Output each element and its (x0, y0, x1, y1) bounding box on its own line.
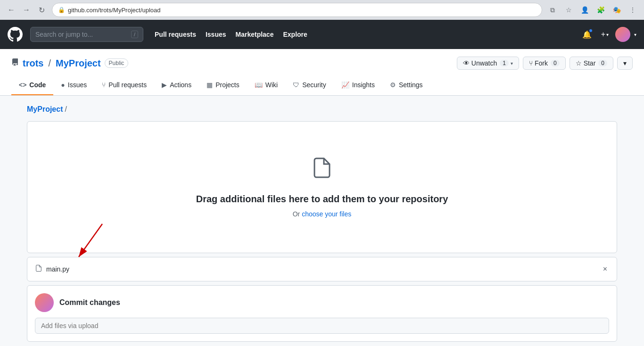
tab-insights-label: Insights (352, 81, 375, 89)
star-count: 0 (598, 60, 607, 66)
repo-name-link[interactable]: MyProject (56, 58, 101, 69)
file-section: main.py × (27, 257, 617, 281)
tab-pull-requests[interactable]: ⑂ Pull requests (94, 75, 154, 95)
lock-icon: 🔒 (58, 7, 65, 13)
remove-file-button[interactable]: × (601, 263, 609, 275)
upload-title: Drag additional files here to add them t… (196, 194, 448, 205)
forward-button[interactable]: → (20, 3, 33, 16)
tab-projects-label: Projects (215, 81, 239, 89)
tab-settings[interactable]: ⚙ Settings (382, 75, 430, 95)
repo-actions: 👁 Unwatch 1 ▾ ⑂ Fork 0 ☆ Star 0 ▾ (457, 57, 633, 70)
insights-icon: 📈 (341, 81, 349, 89)
reload-button[interactable]: ↻ (35, 3, 48, 16)
search-text: Search or jump to... (35, 31, 127, 38)
notifications-button[interactable]: 🔔 (579, 27, 594, 42)
tab-security-label: Security (302, 81, 326, 89)
tab-insights[interactable]: 📈 Insights (334, 75, 382, 95)
menu-button[interactable]: ⋮ (626, 3, 639, 16)
star-icon: ☆ (576, 59, 582, 67)
main-content: MyProject / Drag additional files here t… (16, 96, 628, 346)
back-button[interactable]: ← (5, 3, 18, 16)
repo-title-row: trots / MyProject Public 👁 Unwatch 1 ▾ ⑂… (11, 57, 633, 70)
settings-icon: ⚙ (390, 81, 396, 89)
tab-code-label: Code (29, 81, 46, 89)
nav-issues[interactable]: Issues (202, 28, 230, 41)
repo-owner-link[interactable]: trots (23, 58, 43, 69)
github-navbar: Search or jump to... / Pull requests Iss… (0, 20, 644, 49)
notification-dot (589, 29, 593, 33)
github-logo[interactable] (8, 27, 23, 42)
tab-wiki-label: Wiki (265, 81, 278, 89)
code-icon: <> (19, 81, 26, 89)
nav-marketplace[interactable]: Marketplace (232, 28, 278, 41)
watch-caret: ▾ (511, 61, 513, 66)
navbar-right: 🔔 + ▾ ▾ (579, 27, 636, 42)
repo-header: trots / MyProject Public 👁 Unwatch 1 ▾ ⑂… (0, 49, 644, 96)
browser-actions: ⧉ ☆ 👤 🧩 🎭 ⋮ (546, 3, 639, 16)
upload-subtitle-prefix: Or (293, 210, 302, 218)
tab-settings-label: Settings (399, 81, 423, 89)
create-button[interactable]: + ▾ (598, 28, 611, 41)
browser-nav-buttons: ← → ↻ (5, 3, 48, 16)
tab-issues-label: Issues (68, 81, 87, 89)
browser-chrome: ← → ↻ 🔒 github.com/trots/MyProject/uploa… (0, 0, 644, 20)
search-bar[interactable]: Search or jump to... / (30, 27, 143, 42)
avatar-button[interactable]: 🎭 (610, 3, 623, 16)
issues-icon: ● (61, 81, 65, 89)
breadcrumb-repo-link[interactable]: MyProject (27, 105, 63, 114)
puzzle-button[interactable]: 🧩 (594, 3, 607, 16)
tab-projects[interactable]: ▦ Projects (199, 75, 247, 95)
pr-icon: ⑂ (102, 81, 106, 89)
file-upload-icon (311, 157, 333, 184)
eye-icon: 👁 (463, 59, 470, 67)
star-button[interactable]: ☆ Star 0 (570, 57, 613, 70)
repo-visibility-badge: Public (105, 58, 129, 68)
plus-sign: + (601, 30, 605, 39)
wiki-icon: 📖 (255, 81, 263, 89)
watch-button[interactable]: 👁 Unwatch 1 ▾ (457, 57, 519, 70)
actions-icon: ▶ (162, 81, 167, 89)
more-button[interactable]: ▾ (617, 57, 633, 70)
repo-separator: / (48, 58, 51, 69)
fork-count: 0 (551, 60, 560, 66)
upload-subtitle: Or choose your files (293, 210, 352, 218)
commit-avatar (35, 293, 54, 312)
commit-section: Commit changes (27, 285, 617, 342)
watch-count: 1 (500, 60, 509, 66)
tab-security[interactable]: 🛡 Security (285, 75, 334, 95)
nav-pull-requests[interactable]: Pull requests (151, 28, 200, 41)
security-icon: 🛡 (293, 81, 299, 89)
address-url: github.com/trots/MyProject/upload (68, 7, 161, 14)
address-bar[interactable]: 🔒 github.com/trots/MyProject/upload (52, 3, 542, 17)
star-label: Star (584, 59, 596, 67)
commit-title: Commit changes (59, 298, 120, 307)
nav-links: Pull requests Issues Marketplace Explore (151, 28, 311, 41)
commit-message-input[interactable] (35, 318, 609, 334)
tab-wiki[interactable]: 📖 Wiki (247, 75, 285, 95)
search-slash: / (131, 31, 138, 38)
fork-icon: ⑂ (529, 59, 533, 67)
user-avatar[interactable] (615, 27, 630, 42)
repo-nav: <> Code ● Issues ⑂ Pull requests ▶ Actio… (11, 75, 633, 95)
choose-files-link[interactable]: choose your files (302, 210, 351, 218)
tab-pr-label: Pull requests (108, 81, 147, 89)
repo-icon (11, 58, 19, 68)
tab-code[interactable]: <> Code (11, 75, 53, 95)
bookmark-button[interactable]: ☆ (562, 3, 575, 16)
breadcrumb-separator: / (65, 105, 66, 114)
nav-explore[interactable]: Explore (279, 28, 311, 41)
fork-label: Fork (535, 59, 548, 67)
tab-actions[interactable]: ▶ Actions (154, 75, 199, 95)
profile-button[interactable]: 👤 (578, 3, 591, 16)
fork-button[interactable]: ⑂ Fork 0 (523, 57, 566, 70)
upload-drop-area[interactable]: Drag additional files here to add them t… (27, 121, 617, 253)
projects-icon: ▦ (206, 81, 213, 89)
tab-issues[interactable]: ● Issues (53, 75, 94, 95)
breadcrumb: MyProject / (27, 105, 617, 114)
avatar-caret: ▾ (634, 32, 636, 37)
commit-header: Commit changes (35, 293, 609, 312)
caret-down: ▾ (606, 32, 609, 37)
extensions-button[interactable]: ⧉ (546, 3, 559, 16)
watch-label: Unwatch (471, 59, 497, 67)
file-item: main.py × (27, 257, 617, 281)
